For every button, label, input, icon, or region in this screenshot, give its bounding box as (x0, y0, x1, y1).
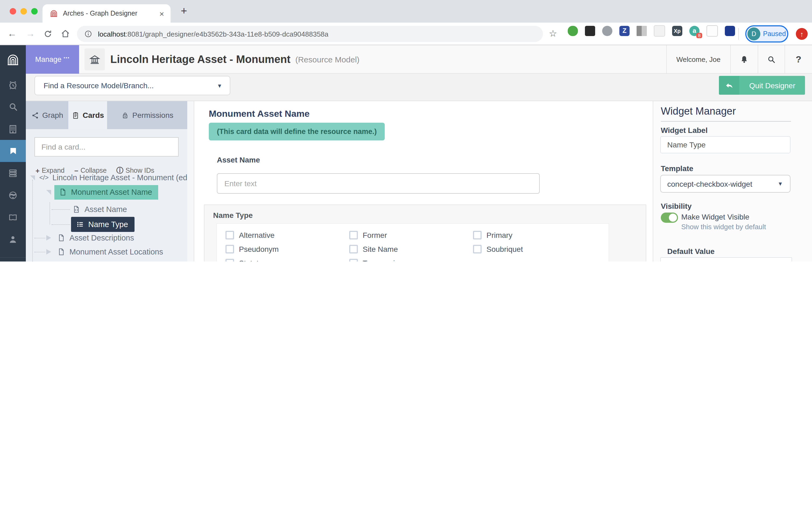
visibility-toggle[interactable] (661, 213, 678, 223)
page-title-group: Lincoln Heritage Asset - Monument (Resou… (110, 45, 359, 74)
manage-menu-button[interactable]: Manage ••• (26, 45, 79, 74)
tree-card-selected[interactable]: Monument Asset Name (26, 185, 158, 199)
checkbox-icon[interactable] (225, 231, 234, 239)
checkbox-option[interactable]: Soubriquet (473, 242, 597, 256)
widget-list-icon (76, 220, 85, 229)
checkbox-option[interactable]: Alternative (225, 228, 349, 242)
checkbox-icon[interactable] (473, 245, 482, 253)
tree-widget-name-type-selected[interactable]: Name Type (26, 217, 134, 232)
checkbox-option[interactable]: Pseudonym (225, 242, 349, 256)
sidebar-item-functions[interactable] (0, 206, 26, 228)
traffic-minimize-icon[interactable] (20, 8, 27, 15)
clipboard-icon (71, 111, 79, 119)
evernote-extension-icon[interactable] (568, 26, 578, 36)
checkbox-option[interactable]: Former (349, 228, 473, 242)
bookmark-icon (8, 146, 18, 156)
widget-text-icon (72, 205, 81, 214)
chevron-down-icon: ▼ (778, 181, 783, 187)
lasso-extension-icon[interactable] (706, 25, 718, 37)
traffic-zoom-icon[interactable] (31, 8, 38, 15)
welcome-user[interactable]: Welcome, Joe (666, 45, 730, 74)
header-right: Welcome, Joe ? (666, 45, 812, 74)
sidebar-item-profile[interactable] (0, 228, 26, 250)
sidebar-item-logs[interactable] (0, 258, 26, 262)
visibility-hint: Show this widget by default (681, 223, 766, 231)
sidebar-item-search[interactable] (0, 96, 26, 118)
forward-icon: → (26, 29, 35, 39)
find-card-input[interactable] (34, 137, 179, 157)
code-icon: </> (39, 174, 49, 181)
tree-widget-asset-name[interactable]: Asset Name (26, 202, 127, 216)
tree-root-row[interactable]: </> Lincoln Heritage Asset - Monument (e… (26, 170, 187, 184)
sidebar-item-collections[interactable] (0, 162, 26, 184)
card-preview: Monument Asset Name (This card data will… (194, 101, 653, 262)
checkbox-icon[interactable] (225, 245, 234, 253)
expander-icon[interactable] (46, 249, 51, 254)
nav-sidebar (0, 74, 26, 262)
expander-open-icon[interactable] (30, 175, 35, 180)
sidebar-item-map-layers[interactable] (0, 184, 26, 206)
building-icon (7, 124, 18, 134)
home-icon[interactable] (60, 29, 71, 39)
update-browser-icon[interactable]: ↑ (796, 28, 808, 40)
tab-permissions[interactable]: Permissions (107, 101, 187, 129)
tab-graph[interactable]: Graph (26, 101, 68, 129)
panel-resize-handle[interactable] (187, 101, 194, 262)
address-bar[interactable]: localhost:8081/graph_designer/e4b3562b-3… (77, 26, 543, 42)
sidebar-item-recent[interactable] (0, 74, 26, 96)
tab-cards[interactable]: Cards (68, 101, 107, 129)
template-select[interactable]: concept-checkbox-widget ▼ (660, 175, 791, 193)
widget-label-input[interactable] (660, 136, 791, 154)
tree-card[interactable]: Asset Production Event (26, 259, 150, 262)
annotator-extension-icon[interactable]: a8 (689, 26, 700, 36)
back-icon[interactable]: ← (7, 29, 17, 39)
notifications-button[interactable] (730, 45, 758, 74)
quit-designer-button[interactable]: Quit Designer (719, 76, 805, 95)
checkbox-icon[interactable] (349, 231, 358, 239)
page-subtitle: (Resource Model) (295, 55, 359, 64)
help-button[interactable]: ? (784, 45, 812, 74)
sidebar-item-graph-designer[interactable] (0, 140, 26, 162)
browser-tab[interactable]: Arches - Graph Designer × (42, 4, 170, 23)
checkbox-option[interactable]: Statutory (225, 256, 349, 262)
designer-tabs: Graph Cards Permissions (26, 101, 187, 129)
new-tab-button[interactable]: + (181, 5, 187, 17)
xp-extension-icon[interactable]: Xp (672, 26, 682, 36)
arches-logo[interactable] (0, 45, 26, 74)
globe-extension-icon[interactable] (725, 26, 735, 36)
url-path: :8081/graph_designer/e4b3562b-343a-11e8-… (126, 30, 328, 38)
checkbox-option[interactable]: Site Name (349, 242, 473, 256)
grid-extension-icon[interactable] (636, 26, 647, 36)
magnifier-icon (8, 102, 18, 112)
asset-name-input[interactable] (217, 173, 540, 194)
tab-close-icon[interactable]: × (159, 9, 164, 18)
checkbox-icon[interactable] (225, 259, 234, 262)
find-model-dropdown[interactable]: Find a Resource Model/Branch... ▼ (34, 76, 230, 95)
person-icon (7, 234, 18, 245)
checkbox-icon[interactable] (473, 231, 482, 239)
sidebar-item-provisional[interactable] (0, 118, 26, 140)
expander-open-icon[interactable] (46, 190, 51, 195)
traffic-close-icon[interactable] (10, 8, 16, 15)
search-button[interactable] (758, 45, 784, 74)
checkbox-icon[interactable] (349, 245, 358, 253)
sphere-extension-icon[interactable] (602, 26, 612, 36)
widget-label-label: Widget Label (661, 126, 708, 134)
profile-button[interactable]: D Paused (745, 25, 788, 42)
geojson-extension-icon[interactable] (654, 25, 665, 37)
tree-card[interactable]: Monument Asset Locations (26, 245, 163, 259)
expander-icon[interactable] (46, 235, 51, 240)
site-info-icon[interactable] (84, 30, 93, 38)
bookmark-star-icon[interactable]: ☆ (549, 28, 557, 39)
tree-card[interactable]: Asset Descriptions (26, 231, 134, 245)
extension-badge: 8 (697, 33, 702, 38)
checkbox-option[interactable]: Taxonomic (349, 256, 473, 262)
sync-status: Paused (763, 30, 786, 38)
ticket-icon (7, 212, 18, 222)
plug-extension-icon[interactable] (585, 26, 595, 36)
zotero-extension-icon[interactable]: Z (619, 26, 630, 36)
default-value-box: Alternative Former Primary Pseudonym Sit… (660, 257, 792, 262)
checkbox-option[interactable]: Primary (473, 228, 597, 242)
reload-icon[interactable] (43, 29, 53, 39)
checkbox-icon[interactable] (349, 259, 358, 262)
